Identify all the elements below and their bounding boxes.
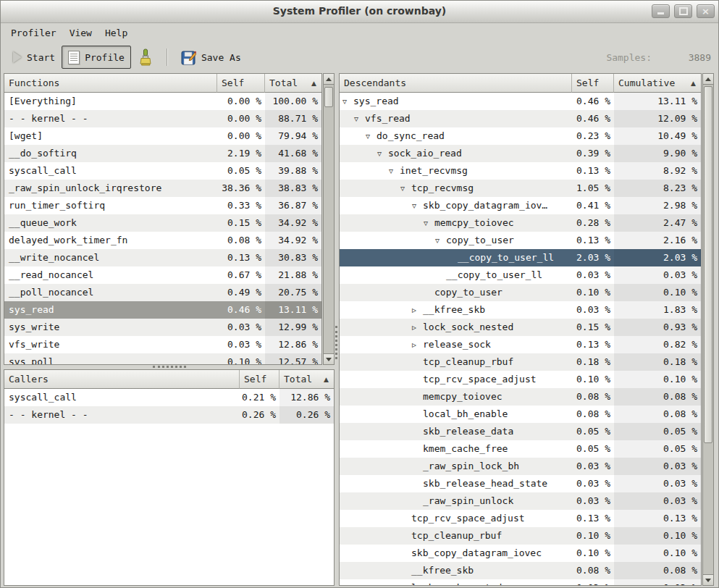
functions-column-header[interactable]: Functions — [4, 74, 217, 93]
reset-button[interactable] — [131, 45, 159, 70]
functions-scrollbar[interactable] — [323, 73, 335, 365]
menu-view[interactable]: View — [63, 25, 98, 41]
table-row[interactable]: syscall_call0.05 %39.88 % — [4, 162, 321, 180]
expander-open-icon[interactable]: ▿ — [354, 110, 365, 127]
table-row[interactable]: - - kernel - -0.26 %0.26 % — [4, 406, 334, 424]
table-row[interactable]: [wget]0.00 %79.94 % — [4, 127, 321, 145]
scroll-up-icon[interactable] — [324, 74, 334, 85]
table-row[interactable]: ▿tcp_recvmsg1.05 %8.23 % — [340, 180, 701, 197]
table-row[interactable]: __kfree_skb0.08 %0.08 % — [340, 562, 701, 579]
self-value: 0.13 % — [217, 249, 265, 266]
table-row[interactable]: _raw_spin_unlock0.03 %0.03 % — [340, 492, 701, 510]
table-row[interactable]: copy_to_user0.10 %0.10 % — [340, 284, 701, 301]
functions-scrollbar-trough[interactable] — [324, 85, 334, 353]
horizontal-pane-splitter[interactable] — [4, 364, 335, 369]
callers-total-column-header[interactable]: Total ▲ — [279, 370, 334, 389]
self-column-header[interactable]: Self — [217, 74, 265, 93]
table-row[interactable]: tcp_rcv_space_adjust0.13 %0.13 % — [340, 510, 701, 527]
start-button[interactable]: Start — [7, 48, 62, 67]
maximize-button[interactable] — [674, 4, 692, 18]
scroll-down-icon[interactable] — [703, 574, 713, 585]
descendants-column-header[interactable]: Descendants — [340, 74, 572, 93]
cumulative-value: 0.10 % — [614, 527, 701, 545]
table-row[interactable]: __poll_nocancel0.49 %20.75 % — [4, 284, 321, 301]
cumulative-value: 0.03 % — [614, 458, 701, 475]
table-row[interactable]: ▿copy_to_user0.13 %2.16 % — [340, 232, 701, 249]
descendants-self-column-header[interactable]: Self — [572, 74, 614, 93]
table-row[interactable]: memcpy_toiovec0.08 %0.08 % — [340, 388, 701, 406]
table-row[interactable]: __write_nocancel0.13 %30.83 % — [4, 249, 321, 266]
expander-open-icon[interactable]: ▿ — [389, 162, 400, 180]
expander-open-icon[interactable]: ▿ — [412, 197, 423, 214]
table-row[interactable]: tcp_cleanup_rbuf0.10 %0.10 % — [340, 527, 701, 545]
table-row[interactable]: skb_release_data0.05 %0.05 % — [340, 423, 701, 440]
expander-open-icon[interactable]: ▿ — [400, 180, 411, 197]
descendants-scrollbar[interactable] — [702, 73, 714, 586]
table-row[interactable]: _raw_spin_lock_bh0.03 %0.03 % — [340, 458, 701, 475]
scroll-up-icon[interactable] — [703, 74, 713, 85]
total-column-header[interactable]: Total ▲ — [265, 74, 321, 93]
table-row[interactable]: kmem_cache_free0.05 %0.05 % — [340, 440, 701, 458]
minimize-button[interactable] — [652, 4, 670, 18]
close-button[interactable]: × — [697, 4, 715, 18]
expander-open-icon[interactable]: ▿ — [342, 93, 353, 110]
table-row[interactable]: tcp_rcv_space_adjust0.10 %0.10 % — [340, 371, 701, 388]
descendants-scrollbar-thumb[interactable] — [704, 86, 712, 443]
menu-help[interactable]: Help — [98, 25, 134, 41]
expander-closed-icon[interactable]: ▹ — [412, 319, 423, 336]
table-row[interactable]: sys_read0.46 %13.11 % — [4, 301, 321, 319]
table-row[interactable]: ▿do_sync_read0.23 %10.49 % — [340, 127, 701, 145]
descendants-scrollbar-trough[interactable] — [703, 85, 713, 574]
table-row[interactable]: [Everything]0.00 %100.00 % — [4, 93, 321, 110]
table-row[interactable]: ▿inet_recvmsg0.13 %8.92 % — [340, 162, 701, 180]
callers-self-column-header[interactable]: Self — [240, 370, 279, 389]
table-row[interactable]: __do_softirq2.19 %41.68 % — [4, 145, 321, 162]
table-row[interactable]: ▿vfs_read0.46 %12.09 % — [340, 110, 701, 127]
self-value: 2.19 % — [217, 145, 265, 162]
profile-toggle-button[interactable]: Profile — [62, 46, 131, 69]
table-row[interactable]: ▿memcpy_toiovec0.28 %2.47 % — [340, 214, 701, 232]
expander-open-icon[interactable]: ▿ — [435, 232, 446, 249]
table-row[interactable]: run_timer_softirq0.33 %36.87 % — [4, 197, 321, 214]
table-row[interactable]: sys_write0.03 %12.99 % — [4, 319, 321, 336]
table-row[interactable]: - - kernel - -0.00 %88.71 % — [4, 110, 321, 127]
functions-scrollbar-thumb[interactable] — [324, 87, 333, 107]
vertical-pane-splitter[interactable] — [334, 71, 339, 586]
table-row[interactable]: tcp_cleanup_rbuf0.18 %0.18 % — [340, 353, 701, 371]
table-row[interactable]: vfs_write0.03 %12.86 % — [4, 336, 321, 353]
menubar: Profiler View Help — [1, 23, 718, 43]
table-row[interactable]: ▹lock_sock_nested0.15 %0.93 % — [340, 319, 701, 336]
expander-open-icon[interactable]: ▿ — [377, 145, 388, 162]
cumulative-value: 0.03 % — [614, 492, 701, 510]
scroll-down-icon[interactable] — [324, 353, 334, 364]
table-row[interactable]: delayed_work_timer_fn0.08 %34.92 % — [4, 232, 321, 249]
expander-open-icon[interactable]: ▿ — [366, 127, 377, 145]
table-row[interactable]: ▹__kfree_skb0.03 %1.83 % — [340, 301, 701, 319]
cumulative-value: 0.13 % — [614, 510, 701, 527]
cumulative-value: 12.09 % — [614, 110, 701, 127]
cumulative-column-header[interactable]: Cumulative ▲ — [614, 74, 701, 93]
table-row[interactable]: ▿sys_read0.46 %13.11 % — [340, 93, 701, 110]
save-as-button[interactable]: Save As — [175, 46, 248, 69]
function-name: - - kernel - - — [4, 406, 240, 424]
table-row[interactable]: __copy_to_user_ll2.03 %2.03 % — [340, 249, 701, 266]
table-row[interactable]: __queue_work0.15 %34.92 % — [4, 214, 321, 232]
table-row[interactable]: ▹release_sock0.13 %0.82 % — [340, 336, 701, 353]
expander-open-icon[interactable]: ▿ — [424, 214, 434, 232]
expander-closed-icon[interactable]: ▹ — [412, 301, 423, 319]
table-row[interactable]: sys_poll0.10 %12.57 % — [4, 353, 321, 364]
table-row[interactable]: __copy_to_user_ll0.03 %0.03 % — [340, 266, 701, 284]
table-row[interactable]: ▿skb_copy_datagram_iov…0.41 %2.98 % — [340, 197, 701, 214]
expander-closed-icon[interactable]: ▹ — [412, 336, 423, 353]
table-row[interactable]: __read_nocancel0.67 %21.88 % — [4, 266, 321, 284]
table-row[interactable]: skb_copy_datagram_iovec0.10 %0.10 % — [340, 545, 701, 562]
table-row[interactable]: local_bh_enable0.08 %0.08 % — [340, 406, 701, 423]
table-row[interactable]: _raw_spin_unlock_irqrestore38.36 %38.83 … — [4, 180, 321, 197]
table-row[interactable]: syscall_call0.21 %12.86 % — [4, 389, 334, 406]
menu-profiler[interactable]: Profiler — [4, 25, 63, 41]
table-row[interactable]: lock_sock_nested0.03 %0.03 % — [340, 579, 701, 585]
function-name: ▹release_sock — [340, 336, 572, 353]
callers-column-header[interactable]: Callers — [4, 370, 240, 389]
table-row[interactable]: ▿sock_aio_read0.39 %9.90 % — [340, 145, 701, 162]
table-row[interactable]: skb_release_head_state0.03 %0.03 % — [340, 475, 701, 492]
